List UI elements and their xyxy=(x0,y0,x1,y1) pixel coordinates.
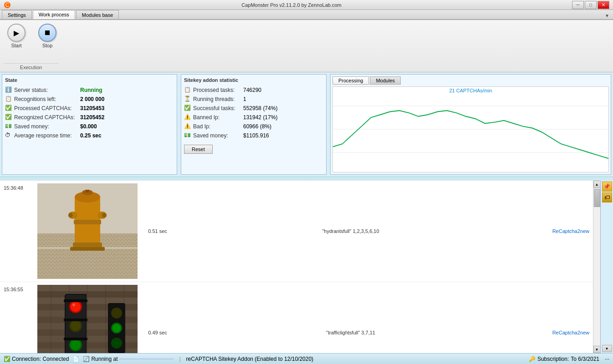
state-panel-title: State xyxy=(5,77,174,84)
stop-label: Stop xyxy=(42,43,53,48)
tab-modules[interactable]: Modules xyxy=(370,76,401,85)
recognized-icon: ✅ xyxy=(5,114,12,121)
sitekey-money-value: $1105.916 xyxy=(243,132,269,139)
log-duration: 0.51 sec xyxy=(139,228,176,234)
subscription-value: To 6/3/2021 xyxy=(571,356,599,362)
sitekey-panel-title: Sitekey addon statistic xyxy=(184,77,323,84)
sitekey-money-label: Saved money: xyxy=(193,132,243,139)
window-title: CapMonster Pro v2.11.2.0 by ZennoLab.com xyxy=(11,2,572,8)
processed-icon: ✅ xyxy=(5,105,12,112)
log-time: 15:36:48 xyxy=(4,182,36,191)
main-content: State ℹ️ Server status: Running 📋 Recogn… xyxy=(0,72,613,353)
sitekey-row-bad: ⚠️ Bad Ip: 60966 (8%) xyxy=(184,123,323,130)
expand-icon[interactable]: ▼ xyxy=(603,12,611,19)
close-button[interactable]: ✕ xyxy=(598,1,609,9)
top-panels: State ℹ️ Server status: Running 📋 Recogn… xyxy=(0,72,613,177)
processed-label: Processed CAPTCHAs: xyxy=(14,105,80,111)
svg-point-49 xyxy=(72,303,75,306)
svg-point-51 xyxy=(71,321,81,331)
svg-text:C: C xyxy=(5,2,10,8)
svg-point-61 xyxy=(111,338,122,349)
key-icon: 🔑 xyxy=(529,356,536,362)
sitekey-row-banned: ⚠️ Banned Ip: 131942 (17%) xyxy=(184,114,323,121)
log-answer: "trafficlightsfull" 3,7,11 xyxy=(176,330,526,335)
start-icon: ▶ xyxy=(7,24,26,42)
sitekey-banned-value: 131942 (17%) xyxy=(243,114,277,121)
sitekey-bad-icon: ⚠️ xyxy=(184,123,191,130)
log-row: 15:36:48 xyxy=(0,181,593,282)
stop-button[interactable]: ⏹ Stop xyxy=(35,24,60,48)
server-status-icon: ℹ️ xyxy=(5,86,12,94)
connection-status: ✅ Connection: Connected xyxy=(4,356,69,362)
log-scrollbar: ▲ ▼ xyxy=(593,181,600,353)
sidebar-scroll-down[interactable]: ▼ xyxy=(602,345,612,352)
server-status-value: Running xyxy=(80,87,102,93)
connection-label: Connection: Connected xyxy=(12,356,69,362)
sidebar-tag-button[interactable]: 🏷 xyxy=(602,192,612,202)
svg-point-48 xyxy=(71,302,81,312)
hydrant-svg xyxy=(37,183,138,279)
tabbar-right: ▼ xyxy=(603,12,611,19)
execution-section-label: Execution xyxy=(4,63,58,70)
settings-dots[interactable]: ··· xyxy=(605,356,609,362)
saved-money-label: Saved money: xyxy=(14,123,80,130)
panel-divider[interactable]: · · · xyxy=(0,177,613,181)
sitekey-row-threads: ⏳ Running threads: 1 xyxy=(184,96,323,103)
sitekey-row-money: 💵 Saved money: $1105.916 xyxy=(184,132,323,139)
recognitions-label: Recognitions left: xyxy=(14,96,80,102)
tab-settings[interactable]: Settings xyxy=(2,10,32,19)
start-button[interactable]: ▶ Start xyxy=(4,24,29,48)
sitekey-successful-value: 552958 (74%) xyxy=(243,105,277,111)
recognitions-value: 2 000 000 xyxy=(80,96,104,102)
stop-icon: ⏹ xyxy=(38,24,56,42)
sitekey-panel: Sitekey addon statistic 📋 Processed task… xyxy=(181,74,327,175)
svg-rect-56 xyxy=(64,338,87,340)
sitekey-processed-value: 746290 xyxy=(243,87,261,93)
tab-work-process[interactable]: Work process xyxy=(33,10,75,19)
subscription-label: Subscription: xyxy=(537,356,569,362)
reset-button[interactable]: Reset xyxy=(184,145,213,154)
processing-tabs: Processing Modules xyxy=(332,76,609,85)
connection-icon: ✅ xyxy=(4,356,10,362)
sidebar-pin-button[interactable]: 📌 xyxy=(602,182,612,192)
window-controls: ─ □ ✕ xyxy=(572,1,609,9)
saved-money-icon: 💵 xyxy=(5,123,12,130)
titlebar: C CapMonster Pro v2.11.2.0 by ZennoLab.c… xyxy=(0,0,613,10)
svg-rect-15 xyxy=(86,190,89,192)
statusbar: ✅ Connection: Connected 📄 🔄 Running at |… xyxy=(0,353,613,364)
restore-button[interactable]: □ xyxy=(585,1,597,9)
sitekey-banned-icon: ⚠️ xyxy=(184,114,191,121)
main-tabbar: Settings Work process Modules base ▼ xyxy=(0,10,613,20)
processing-panel: Processing Modules 21 CAPTCHAs/min xyxy=(330,74,611,175)
avg-response-label: Average response time: xyxy=(14,132,80,139)
avg-response-value: 0.25 sec xyxy=(80,132,102,139)
avg-response-icon: ⏱ xyxy=(5,132,12,139)
server-status-label: Server status: xyxy=(14,87,80,93)
tab-processing[interactable]: Processing xyxy=(332,76,369,85)
scroll-up-button[interactable]: ▲ xyxy=(593,181,601,188)
start-label: Start xyxy=(11,43,21,48)
log-image-traffic xyxy=(37,285,138,353)
sitekey-banned-label: Banned Ip: xyxy=(193,114,243,121)
addon-label: reCAPTCHA Sitekey Addon (Enabled to 12/1… xyxy=(186,356,314,362)
svg-rect-16 xyxy=(74,220,101,224)
sitekey-money-icon: 💵 xyxy=(184,132,191,139)
minimize-button[interactable]: ─ xyxy=(572,1,584,9)
scroll-thumb[interactable] xyxy=(594,189,600,207)
right-sidebar: 📌 🏷 ▼ xyxy=(600,181,613,353)
saved-money-value: $0.000 xyxy=(80,123,97,130)
tab-modules-base[interactable]: Modules base xyxy=(76,10,119,19)
status-separator: | xyxy=(179,356,180,362)
sitekey-threads-icon: ⏳ xyxy=(184,96,191,103)
svg-point-18 xyxy=(68,213,73,217)
file-status-icon: 📄 xyxy=(72,356,79,362)
log-module[interactable]: ReCaptcha2new xyxy=(526,228,589,234)
log-module[interactable]: ReCaptcha2new xyxy=(526,330,589,335)
subscription-info: 🔑 Subscription: To 6/3/2021 ··· xyxy=(529,356,609,362)
sitekey-successful-icon: ✅ xyxy=(184,105,191,112)
recognitions-icon: 📋 xyxy=(5,96,12,103)
sitekey-threads-label: Running threads: xyxy=(193,96,243,102)
state-row-server: ℹ️ Server status: Running xyxy=(5,86,174,94)
scroll-down-button[interactable]: ▼ xyxy=(593,346,601,353)
toolbar-buttons: ▶ Start ⏹ Stop xyxy=(4,22,609,50)
